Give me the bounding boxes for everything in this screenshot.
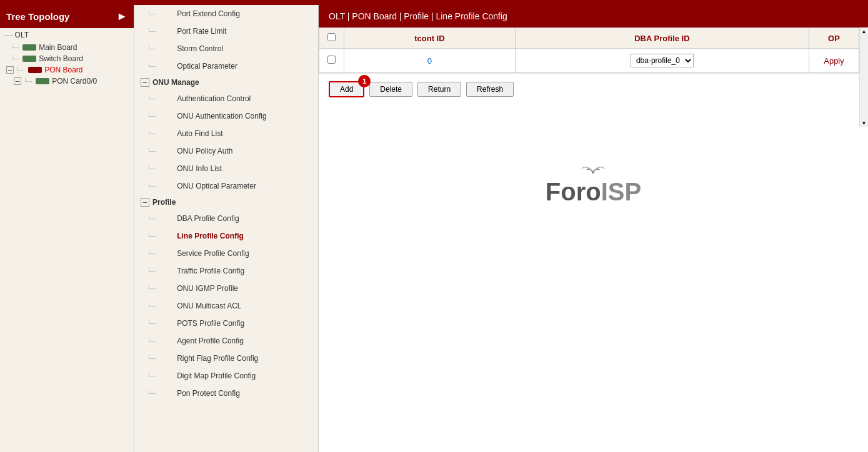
- nav-item-onu-multicast[interactable]: └─ ONU Multicast ACL: [134, 297, 318, 315]
- onu-manage-expand-icon[interactable]: ─: [141, 78, 149, 87]
- tree-label-olt: OLT: [15, 31, 29, 39]
- tree-label-mainboard: Main Board: [39, 43, 77, 52]
- nav-label-pots-profile[interactable]: POTS Profile Config: [158, 317, 257, 330]
- sidebar-collapse-icon[interactable]: ►: [116, 10, 127, 23]
- nav-label-onu-auth-config[interactable]: ONU Authentication Config: [158, 109, 279, 123]
- nav-item-onu-igmp[interactable]: └─ ONU IGMP Profile: [134, 280, 318, 297]
- data-table: tcont ID DBA Profile ID OP 0: [319, 27, 859, 73]
- nav-connector-19: └─: [147, 355, 156, 362]
- nav-item-agent-profile[interactable]: └─ Agent Profile Config: [134, 332, 318, 350]
- nav-item-onu-policy[interactable]: └─ ONU Policy Auth: [134, 142, 318, 160]
- nav-connector-6: └─: [147, 113, 156, 120]
- nav-item-onu-auth-config[interactable]: └─ ONU Authentication Config: [134, 107, 318, 125]
- nav-label-line-profile[interactable]: Line Profile Config: [158, 229, 256, 243]
- nav-label-dba-profile[interactable]: DBA Profile Config: [158, 212, 251, 225]
- nav-label-auto-find[interactable]: Auto Find List: [158, 127, 235, 140]
- nav-label-optical-param[interactable]: Optical Parameter: [158, 59, 250, 73]
- nav-label-onu-info[interactable]: ONU Info List: [158, 162, 234, 175]
- table-cell-op: Apply: [809, 49, 859, 73]
- sidebar-title: Tree Topology: [6, 11, 69, 22]
- nav-item-digit-map[interactable]: └─ Digit Map Profile Config: [134, 367, 318, 385]
- tree-label-ponboard: PON Board: [44, 66, 82, 74]
- logo-text: Foro ISP: [546, 178, 641, 206]
- nav-label-onu-optical[interactable]: ONU Optical Parameter: [158, 179, 269, 193]
- nav-item-port-rate[interactable]: └─ Port Rate Limit: [134, 22, 318, 40]
- table-header-dba: DBA Profile ID: [515, 28, 809, 49]
- sidebar: Tree Topology ► ── OLT └─ Main Board └─ …: [0, 5, 134, 452]
- nav-connector-17: └─: [147, 320, 156, 327]
- nav-connector-5: └─: [147, 96, 156, 102]
- nav-item-port-extend[interactable]: └─ Port Extend Config: [134, 5, 318, 22]
- nav-label-pon-protect[interactable]: Pon Protect Config: [158, 386, 252, 400]
- tree-node-switchboard[interactable]: └─ Switch Board: [0, 53, 134, 64]
- nav-label-onu-policy[interactable]: ONU Policy Auth: [158, 144, 245, 158]
- table-scrollbar[interactable]: ▲ ▼: [859, 27, 868, 127]
- nav-item-right-flag[interactable]: └─ Right Flag Profile Config: [134, 350, 318, 367]
- nav-label-port-rate[interactable]: Port Rate Limit: [158, 24, 239, 38]
- nav-label-storm-control[interactable]: Storm Control: [158, 42, 236, 56]
- refresh-button[interactable]: Refresh: [466, 82, 514, 97]
- nav-item-auto-find[interactable]: └─ Auto Find List: [134, 125, 318, 142]
- watermark-logo: Foro ISP: [319, 105, 868, 256]
- nav-item-line-profile[interactable]: └─ Line Profile Config: [134, 227, 318, 245]
- ponboard-expand[interactable]: ─: [6, 66, 14, 74]
- nav-item-service-profile[interactable]: └─ Service Profile Config: [134, 245, 318, 262]
- nav-label-auth-control[interactable]: Authentication Control: [158, 92, 263, 106]
- nav-label-port-extend[interactable]: Port Extend Config: [158, 7, 252, 21]
- nav-label-service-profile[interactable]: Service Profile Config: [158, 247, 261, 260]
- tree-node-ponboard[interactable]: ─ └─ PON Board: [0, 64, 134, 76]
- nav-label-onu-multicast[interactable]: ONU Multicast ACL: [158, 299, 254, 313]
- tcont-value: 0: [427, 56, 432, 66]
- apply-link[interactable]: Apply: [824, 56, 844, 66]
- main-content: OLT | PON Board | Profile | Line Profile…: [319, 5, 868, 452]
- return-button[interactable]: Return: [417, 82, 461, 97]
- nav-label-right-flag[interactable]: Right Flag Profile Config: [158, 351, 271, 365]
- nav-item-onu-optical[interactable]: └─ ONU Optical Parameter: [134, 177, 318, 195]
- nav-item-auth-control[interactable]: └─ Authentication Control: [134, 90, 318, 107]
- nav-label-agent-profile[interactable]: Agent Profile Config: [158, 334, 256, 348]
- table-header-checkbox: [319, 28, 344, 49]
- nav-item-pon-protect[interactable]: └─ Pon Protect Config: [134, 385, 318, 402]
- tree-node-mainboard[interactable]: └─ Main Board: [0, 42, 134, 53]
- nav-connector-20: └─: [147, 373, 156, 380]
- tree-node-olt[interactable]: ── OLT: [0, 28, 134, 42]
- row-checkbox[interactable]: [327, 56, 336, 64]
- switchboard-icon: [22, 56, 36, 62]
- table-cell-checkbox: [319, 49, 344, 73]
- table-wrapper: tcont ID DBA Profile ID OP 0: [319, 27, 868, 73]
- poncard-expand[interactable]: ─: [14, 77, 21, 85]
- logo-isp: ISP: [601, 178, 641, 206]
- nav-connector-13: └─: [147, 250, 156, 257]
- scroll-up-btn[interactable]: ▲: [861, 27, 868, 36]
- nav-item-onu-info[interactable]: └─ ONU Info List: [134, 160, 318, 177]
- nav-connector-9: └─: [147, 165, 156, 172]
- dba-profile-select[interactable]: dba-profile_0 dba-profile_1 dba-profile_…: [631, 54, 694, 67]
- select-all-checkbox[interactable]: [327, 33, 336, 41]
- scroll-down-btn[interactable]: ▼: [861, 119, 868, 127]
- content-area: tcont ID DBA Profile ID OP 0: [319, 27, 868, 452]
- sidebar-header[interactable]: Tree Topology ►: [0, 5, 134, 28]
- section-onu-manage[interactable]: ─ ONU Manage: [134, 75, 318, 90]
- tree-node-poncard[interactable]: ─ └─ PON Card0/0: [0, 76, 134, 87]
- ponboard-icon: [28, 67, 42, 73]
- tree-label-poncard: PON Card0/0: [52, 77, 97, 86]
- logo-inner: Foro ISP: [546, 155, 641, 206]
- nav-label-digit-map[interactable]: Digit Map Profile Config: [158, 369, 268, 383]
- nav-item-optical-param[interactable]: └─ Optical Parameter: [134, 57, 318, 75]
- nav-connector-10: └─: [147, 183, 156, 190]
- nav-item-dba-profile[interactable]: └─ DBA Profile Config: [134, 210, 318, 227]
- table-row: 0 dba-profile_0 dba-profile_1 dba-profil…: [319, 49, 859, 73]
- add-badge: 1: [358, 75, 371, 87]
- nav-label-onu-igmp[interactable]: ONU IGMP Profile: [158, 282, 251, 295]
- section-profile[interactable]: ─ Profile: [134, 195, 318, 210]
- nav-item-pots-profile[interactable]: └─ POTS Profile Config: [134, 315, 318, 332]
- nav-item-storm-control[interactable]: └─ Storm Control: [134, 40, 318, 57]
- add-button-container: Add 1: [329, 81, 364, 97]
- mainboard-icon: [22, 44, 36, 51]
- profile-expand-icon[interactable]: ─: [141, 198, 149, 207]
- logo-foro: Foro: [546, 178, 601, 206]
- nav-item-traffic-profile[interactable]: └─ Traffic Profile Config: [134, 262, 318, 280]
- delete-button[interactable]: Delete: [369, 82, 412, 97]
- nav-connector-12: └─: [147, 233, 156, 240]
- nav-label-traffic-profile[interactable]: Traffic Profile Config: [158, 264, 257, 278]
